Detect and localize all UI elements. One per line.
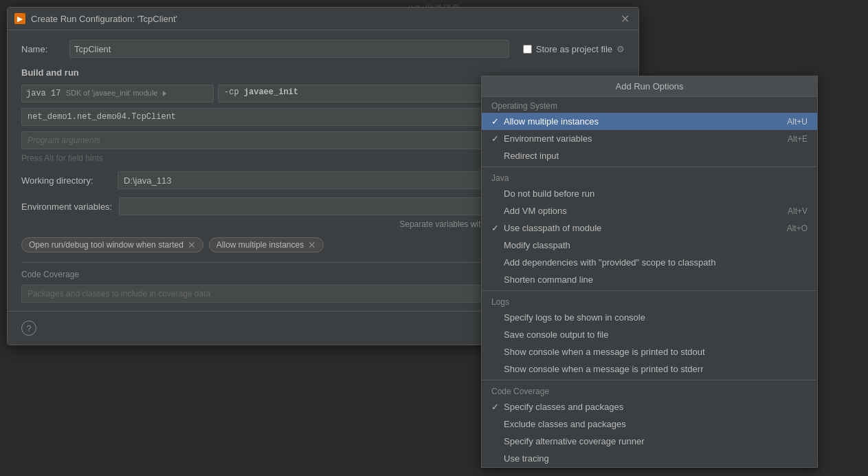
menu-item-specify-classes[interactable]: ✓ Specify classes and packages bbox=[482, 398, 817, 415]
menu-header: Add Run Options bbox=[482, 76, 817, 97]
tag-allow-instances-label: Allow multiple instances bbox=[216, 240, 304, 250]
tag-open-window: Open run/debug tool window when started … bbox=[21, 237, 203, 252]
help-label: ? bbox=[26, 323, 31, 334]
tag-open-window-close[interactable]: ✕ bbox=[188, 240, 196, 250]
section-label-coverage: Code Coverage bbox=[482, 382, 817, 398]
shortcut-classpath-module: Alt+O bbox=[787, 224, 808, 233]
wd-value: D:\java_113 bbox=[124, 175, 171, 186]
check-add-vm bbox=[491, 206, 504, 216]
divider-3 bbox=[482, 380, 817, 380]
item-label-specify-logs: Specify logs to be shown in console bbox=[504, 312, 808, 323]
store-project-checkbox[interactable] bbox=[523, 45, 532, 54]
item-label-add-deps: Add dependencies with "provided" scope t… bbox=[504, 257, 808, 268]
dialog-title: Create Run Configuration: 'TcpClient' bbox=[31, 14, 612, 24]
check-alt-runner bbox=[491, 436, 504, 446]
menu-item-specify-logs[interactable]: Specify logs to be shown in console bbox=[482, 309, 817, 326]
add-run-options-menu: Add Run Options Operating System ✓ Allow… bbox=[481, 76, 818, 468]
item-label-save-console: Save console output to file bbox=[504, 329, 808, 340]
tag-allow-instances-close[interactable]: ✕ bbox=[308, 240, 316, 250]
item-label-use-tracing: Use tracing bbox=[504, 453, 808, 464]
help-button[interactable]: ? bbox=[21, 321, 36, 336]
section-label-java: Java bbox=[482, 169, 817, 185]
item-label-classpath-module: Use classpath of module bbox=[504, 223, 787, 233]
name-input[interactable] bbox=[69, 40, 509, 58]
item-label-env-vars: Environment variables bbox=[504, 133, 788, 144]
check-use-tracing bbox=[491, 453, 504, 464]
tag-allow-instances: Allow multiple instances ✕ bbox=[209, 237, 324, 252]
check-classpath-module: ✓ bbox=[491, 223, 504, 233]
check-specify-logs bbox=[491, 312, 504, 323]
sdk-chevron-icon bbox=[163, 91, 166, 96]
item-label-no-build: Do not build before run bbox=[504, 188, 808, 199]
gear-icon[interactable]: ⚙ bbox=[616, 44, 625, 54]
check-show-stderr bbox=[491, 364, 504, 374]
item-label-specify-classes: Specify classes and packages bbox=[504, 402, 808, 412]
name-label: Name: bbox=[21, 44, 63, 54]
check-shorten-cmd bbox=[491, 274, 504, 285]
sdk-suffix: SDK of 'javaee_init' module bbox=[66, 89, 158, 97]
check-exclude-classes bbox=[491, 419, 504, 429]
item-label-show-stderr: Show console when a message is printed t… bbox=[504, 364, 808, 374]
menu-item-allow-multiple[interactable]: ✓ Allow multiple instances Alt+U bbox=[482, 113, 817, 130]
check-allow-multiple: ✓ bbox=[491, 116, 504, 127]
menu-item-modify-classpath[interactable]: Modify classpath bbox=[482, 237, 817, 254]
menu-item-add-vm[interactable]: Add VM options Alt+V bbox=[482, 202, 817, 219]
menu-item-save-console[interactable]: Save console output to file bbox=[482, 326, 817, 343]
wd-label: Working directory: bbox=[21, 175, 111, 186]
dialog-icon: ▶ bbox=[14, 13, 25, 24]
item-label-modify-classpath: Modify classpath bbox=[504, 240, 808, 250]
menu-item-shorten-cmd[interactable]: Shorten command line bbox=[482, 271, 817, 288]
shortcut-allow-multiple: Alt+U bbox=[787, 117, 808, 127]
shortcut-env-vars: Alt+E bbox=[788, 134, 808, 144]
sdk-label: java 17 SDK of 'javaee_init' module bbox=[26, 89, 157, 98]
item-label-alt-runner: Specify alternative coverage runner bbox=[504, 436, 808, 446]
class-value: net_demo1.net_demo04.TcpClient bbox=[27, 112, 176, 122]
divider-2 bbox=[482, 290, 817, 291]
name-store-row: Name: Store as project file ⚙ bbox=[21, 40, 625, 58]
check-add-deps bbox=[491, 257, 504, 268]
store-project-label: Store as project file bbox=[536, 44, 612, 54]
item-label-add-vm: Add VM options bbox=[504, 206, 788, 216]
menu-item-no-build[interactable]: Do not build before run bbox=[482, 185, 817, 202]
menu-item-show-stderr[interactable]: Show console when a message is printed t… bbox=[482, 360, 817, 378]
check-specify-classes: ✓ bbox=[491, 402, 504, 412]
menu-item-redirect-input[interactable]: Redirect input bbox=[482, 147, 817, 164]
coverage-desc: Packages and classes to include in cover… bbox=[27, 289, 210, 299]
menu-item-exclude-classes[interactable]: Exclude classes and packages bbox=[482, 415, 817, 433]
check-env-vars: ✓ bbox=[491, 133, 504, 144]
item-label-show-stdout: Show console when a message is printed t… bbox=[504, 347, 808, 357]
section-label-os: Operating System bbox=[482, 97, 817, 113]
menu-item-alt-runner[interactable]: Specify alternative coverage runner bbox=[482, 433, 817, 450]
env-label: Environment variables: bbox=[21, 202, 112, 212]
menu-item-env-vars[interactable]: ✓ Environment variables Alt+E bbox=[482, 130, 817, 147]
check-save-console bbox=[491, 329, 504, 340]
store-project-row: Store as project file ⚙ bbox=[523, 44, 625, 54]
dialog-titlebar: ▶ Create Run Configuration: 'TcpClient' … bbox=[8, 8, 638, 30]
cp-prefix: -cp bbox=[224, 87, 244, 97]
menu-item-show-stdout[interactable]: Show console when a message is printed t… bbox=[482, 343, 817, 360]
tag-open-window-label: Open run/debug tool window when started bbox=[29, 240, 183, 250]
item-label-allow-multiple: Allow multiple instances bbox=[504, 116, 787, 127]
cp-value: javaee_init bbox=[244, 87, 298, 97]
item-label-redirect-input: Redirect input bbox=[504, 151, 808, 161]
item-label-shorten-cmd: Shorten command line bbox=[504, 274, 808, 285]
menu-item-use-tracing[interactable]: Use tracing bbox=[482, 450, 817, 467]
program-args-placeholder: Program arguments bbox=[27, 136, 100, 145]
check-redirect-input bbox=[491, 151, 504, 161]
close-button[interactable]: ✕ bbox=[618, 12, 632, 25]
check-no-build bbox=[491, 188, 504, 199]
divider-1 bbox=[482, 166, 817, 167]
check-modify-classpath bbox=[491, 240, 504, 250]
sdk-dropdown[interactable]: java 17 SDK of 'javaee_init' module bbox=[21, 85, 214, 102]
menu-item-add-deps[interactable]: Add dependencies with "provided" scope t… bbox=[482, 254, 817, 271]
check-show-stdout bbox=[491, 347, 504, 357]
name-row: Name: bbox=[21, 40, 509, 58]
item-label-exclude-classes: Exclude classes and packages bbox=[504, 419, 808, 429]
shortcut-add-vm: Alt+V bbox=[788, 206, 808, 216]
menu-item-classpath-module[interactable]: ✓ Use classpath of module Alt+O bbox=[482, 219, 817, 237]
section-label-logs: Logs bbox=[482, 293, 817, 309]
